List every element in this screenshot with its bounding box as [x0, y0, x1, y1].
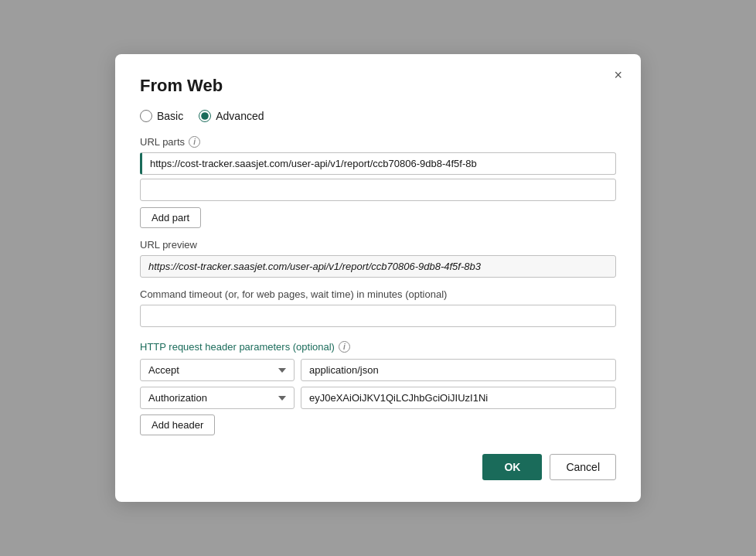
- url-parts-section: URL parts i Add part: [140, 136, 616, 228]
- dialog-title: From Web: [140, 76, 616, 96]
- timeout-input[interactable]: [140, 305, 616, 327]
- add-header-button[interactable]: Add header: [140, 414, 215, 435]
- connection-type-group: Basic Advanced: [140, 110, 616, 122]
- advanced-radio-label: Advanced: [216, 110, 264, 122]
- http-label: HTTP request header parameters (optional…: [140, 341, 616, 353]
- url-preview-label: URL preview: [140, 239, 616, 251]
- advanced-radio[interactable]: [199, 110, 211, 122]
- cancel-button[interactable]: Cancel: [550, 454, 616, 480]
- timeout-label: Command timeout (or, for web pages, wait…: [140, 288, 616, 300]
- dialog-footer: OK Cancel: [140, 454, 616, 480]
- header-row-1: Accept Authorization Content-Type User-A…: [140, 359, 616, 381]
- header-value-input-2[interactable]: [301, 387, 616, 409]
- advanced-radio-option[interactable]: Advanced: [199, 110, 264, 122]
- url-part-2-input[interactable]: [140, 179, 616, 201]
- basic-radio-option[interactable]: Basic: [140, 110, 183, 122]
- http-section: HTTP request header parameters (optional…: [140, 341, 616, 435]
- close-button[interactable]: ×: [609, 67, 627, 84]
- url-preview-input[interactable]: [140, 255, 616, 278]
- add-part-button[interactable]: Add part: [140, 207, 201, 228]
- url-preview-section: URL preview: [140, 239, 616, 278]
- url-part-1-input[interactable]: [140, 152, 616, 175]
- header-value-input-1[interactable]: [301, 359, 616, 381]
- basic-radio-label: Basic: [157, 110, 183, 122]
- header-key-select-1[interactable]: Accept Authorization Content-Type User-A…: [140, 359, 295, 381]
- dialog-overlay: × From Web Basic Advanced URL parts i Ad…: [0, 0, 756, 556]
- basic-radio[interactable]: [140, 110, 152, 122]
- url-parts-inputs: [140, 152, 616, 201]
- url-parts-label: URL parts i: [140, 136, 616, 148]
- header-key-select-2[interactable]: Accept Authorization Content-Type User-A…: [140, 387, 295, 409]
- from-web-dialog: × From Web Basic Advanced URL parts i Ad…: [115, 54, 641, 502]
- timeout-section: Command timeout (or, for web pages, wait…: [140, 288, 616, 327]
- header-row-2: Accept Authorization Content-Type User-A…: [140, 387, 616, 409]
- url-parts-info-icon: i: [189, 136, 200, 148]
- http-info-icon: i: [339, 341, 350, 353]
- ok-button[interactable]: OK: [482, 454, 542, 480]
